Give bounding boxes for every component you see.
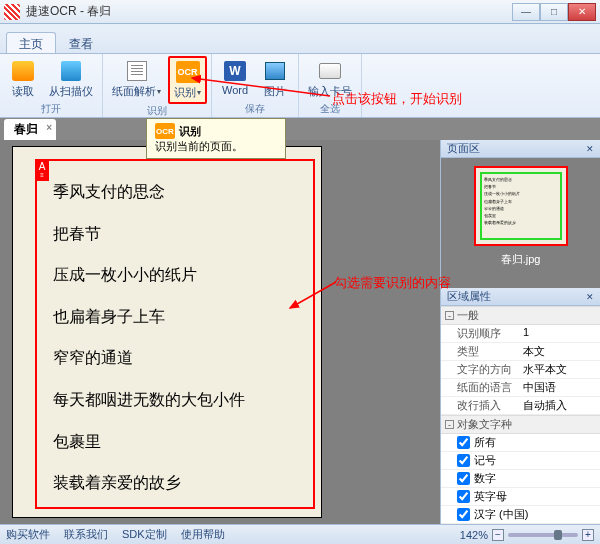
prop-row[interactable]: 纸面的语言中国语 <box>441 379 600 397</box>
prop-row[interactable]: 汉字 (中国) <box>441 506 600 524</box>
group-open: 读取 从扫描仪 打开 <box>0 54 103 117</box>
prop-row[interactable]: 改行插入自动插入 <box>441 397 600 415</box>
prop-row[interactable]: 识别顺序1 <box>441 325 600 343</box>
canvas-area[interactable]: A≡ 季风支付的思念 把春节 压成一枚小小的纸片 也扁着身子上车 窄窄的通道 每… <box>0 140 440 524</box>
tab-view[interactable]: 查看 <box>56 32 106 53</box>
ocr-icon: OCR <box>155 123 175 139</box>
chevron-down-icon: ▾ <box>157 87 161 96</box>
recognize-button[interactable]: OCR 识别▾ <box>168 56 207 104</box>
zoom-label[interactable]: 142% <box>460 529 488 541</box>
props-panel-header: 区域属性 ✕ <box>441 288 600 306</box>
word-icon: W <box>224 61 246 81</box>
prop-row[interactable]: 类型本文 <box>441 343 600 361</box>
checkbox-number[interactable] <box>457 471 470 486</box>
prop-group-font[interactable]: -对象文字种 <box>441 415 600 434</box>
scanner-icon <box>61 61 81 81</box>
pages-panel: 季风支付的思念把春节压成一枚小小的纸片也扁着身子上车窄窄的通道包裹里装载着亲爱的… <box>441 158 600 288</box>
page-text: 季风支付的思念 把春节 压成一枚小小的纸片 也扁着身子上车 窄窄的通道 每天都咽… <box>53 171 301 504</box>
status-link[interactable]: 购买软件 <box>6 527 50 542</box>
prop-row[interactable]: 英字母 <box>441 488 600 506</box>
page-thumbnail[interactable]: 季风支付的思念把春节压成一枚小小的纸片也扁着身子上车窄窄的通道包裹里装载着亲爱的… <box>474 166 568 246</box>
pages-panel-header: 页面区 ✕ <box>441 140 600 158</box>
checkbox-alpha[interactable] <box>457 489 470 504</box>
read-button[interactable]: 读取 <box>4 56 42 102</box>
workspace: A≡ 季风支付的思念 把春节 压成一枚小小的纸片 也扁着身子上车 窄窄的通道 每… <box>0 140 600 524</box>
close-panel-icon[interactable]: ✕ <box>586 292 594 302</box>
zoom-out-button[interactable]: − <box>492 529 504 541</box>
zoom-control: 142% − + <box>460 529 594 541</box>
app-icon <box>4 4 20 20</box>
close-tab-icon[interactable]: × <box>46 122 52 133</box>
right-panels: 页面区 ✕ 季风支付的思念把春节压成一枚小小的纸片也扁着身子上车窄窄的通道包裹里… <box>440 140 600 524</box>
title-bar: 捷速OCR - 春归 — □ ✕ <box>0 0 600 24</box>
prop-row[interactable]: 所有 <box>441 434 600 452</box>
quick-access-row <box>0 24 600 32</box>
status-bar: 购买软件 联系我们 SDK定制 使用帮助 142% − + <box>0 524 600 544</box>
zoom-slider[interactable] <box>508 533 578 537</box>
recognize-tooltip: OCR识别 识别当前的页面。 <box>146 118 286 159</box>
ribbon: 读取 从扫描仪 打开 纸面解析▾ OCR 识别▾ 识别 W Word <box>0 54 600 118</box>
group-ocr: 纸面解析▾ OCR 识别▾ 识别 <box>103 54 212 117</box>
checkbox-symbol[interactable] <box>457 453 470 468</box>
zoom-in-button[interactable]: + <box>582 529 594 541</box>
folder-icon <box>12 61 34 81</box>
minimize-button[interactable]: — <box>512 3 540 21</box>
props-panel: -一般 识别顺序1 类型本文 文字的方向水平本文 纸面的语言中国语 改行插入自动… <box>441 306 600 524</box>
prop-row[interactable]: 文字的方向水平本文 <box>441 361 600 379</box>
status-link[interactable]: SDK定制 <box>122 527 167 542</box>
card-icon <box>319 63 341 79</box>
window-title: 捷速OCR - 春归 <box>26 3 512 20</box>
prop-row[interactable]: 记号 <box>441 452 600 470</box>
zoom-slider-thumb[interactable] <box>554 530 562 540</box>
ribbon-tabs: 主页 查看 <box>0 32 600 54</box>
close-button[interactable]: ✕ <box>568 3 596 21</box>
close-panel-icon[interactable]: ✕ <box>586 144 594 154</box>
parse-button[interactable]: 纸面解析▾ <box>107 56 166 104</box>
scanner-button[interactable]: 从扫描仪 <box>44 56 98 102</box>
input-card-button[interactable]: 输入卡号 <box>303 56 357 102</box>
group-save: W Word 图片 保存 <box>212 54 299 117</box>
save-word-button[interactable]: W Word <box>216 56 254 102</box>
prop-group-general[interactable]: -一般 <box>441 306 600 325</box>
chevron-down-icon: ▾ <box>197 88 201 97</box>
collapse-icon[interactable]: - <box>445 420 454 429</box>
prop-row[interactable]: 数字 <box>441 470 600 488</box>
document-tab[interactable]: 春归 × <box>4 119 56 140</box>
status-link[interactable]: 联系我们 <box>64 527 108 542</box>
thumbnail-label: 春归.jpg <box>501 252 541 267</box>
document-tabs: 春归 × <box>0 118 600 140</box>
selection-tag: A≡ <box>35 159 49 181</box>
group-all: 输入卡号 全选 <box>299 54 362 117</box>
checkbox-hanzi[interactable] <box>457 507 470 522</box>
save-image-button[interactable]: 图片 <box>256 56 294 102</box>
maximize-button[interactable]: □ <box>540 3 568 21</box>
image-icon <box>265 62 285 80</box>
tab-home[interactable]: 主页 <box>6 32 56 53</box>
ocr-icon: OCR <box>176 61 200 83</box>
checkbox-all[interactable] <box>457 435 470 450</box>
status-link[interactable]: 使用帮助 <box>181 527 225 542</box>
page-image: A≡ 季风支付的思念 把春节 压成一枚小小的纸片 也扁着身子上车 窄窄的通道 每… <box>12 146 322 518</box>
page-parse-icon <box>127 61 147 81</box>
collapse-icon[interactable]: - <box>445 311 454 320</box>
